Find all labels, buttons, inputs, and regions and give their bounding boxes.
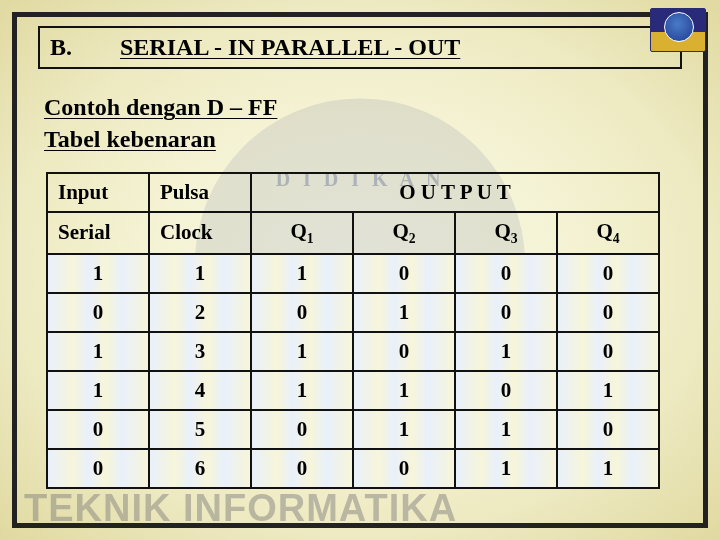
section-title: SERIAL - IN PARALLEL - OUT	[120, 34, 460, 61]
table-row: 060011	[47, 449, 659, 488]
subtitle-line-2: Tabel kebenaran	[44, 123, 682, 155]
cell-q2: 0	[353, 332, 455, 371]
cell-serial: 1	[47, 254, 149, 293]
cell-q4: 0	[557, 293, 659, 332]
cell-serial: 0	[47, 410, 149, 449]
cell-q3: 1	[455, 410, 557, 449]
table-row: 131010	[47, 332, 659, 371]
cell-q4: 1	[557, 371, 659, 410]
table-row: 111000	[47, 254, 659, 293]
th-q4: Q4	[557, 212, 659, 254]
th-q2: Q2	[353, 212, 455, 254]
cell-q1: 1	[251, 254, 353, 293]
cell-q1: 1	[251, 371, 353, 410]
cell-clock: 4	[149, 371, 251, 410]
cell-q1: 0	[251, 449, 353, 488]
cell-q1: 1	[251, 332, 353, 371]
cell-q4: 1	[557, 449, 659, 488]
cell-clock: 1	[149, 254, 251, 293]
subtitle-line-1: Contoh dengan D – FF	[44, 91, 682, 123]
th-clock: Clock	[149, 212, 251, 254]
table-row: 020100	[47, 293, 659, 332]
cell-q1: 0	[251, 410, 353, 449]
section-header-box: B. SERIAL - IN PARALLEL - OUT	[38, 26, 682, 69]
cell-q2: 1	[353, 410, 455, 449]
cell-serial: 0	[47, 449, 149, 488]
th-output: O U T P U T	[251, 173, 659, 212]
th-q3: Q3	[455, 212, 557, 254]
cell-clock: 6	[149, 449, 251, 488]
cell-q4: 0	[557, 332, 659, 371]
cell-clock: 3	[149, 332, 251, 371]
slide-border: B. SERIAL - IN PARALLEL - OUT Contoh den…	[12, 12, 708, 528]
cell-q2: 1	[353, 293, 455, 332]
cell-clock: 2	[149, 293, 251, 332]
cell-q1: 0	[251, 293, 353, 332]
cell-q2: 0	[353, 254, 455, 293]
header-row-2: Serial Clock Q1 Q2 Q3 Q4	[47, 212, 659, 254]
content-area: B. SERIAL - IN PARALLEL - OUT Contoh den…	[20, 20, 700, 499]
truth-table: Input Pulsa O U T P U T Serial Clock Q1 …	[46, 172, 660, 489]
table-row: 050110	[47, 410, 659, 449]
th-q1: Q1	[251, 212, 353, 254]
cell-q2: 1	[353, 371, 455, 410]
cell-clock: 5	[149, 410, 251, 449]
cell-q3: 1	[455, 449, 557, 488]
cell-q3: 0	[455, 254, 557, 293]
th-input: Input	[47, 173, 149, 212]
university-logo	[650, 8, 706, 52]
cell-q3: 0	[455, 293, 557, 332]
cell-q4: 0	[557, 410, 659, 449]
th-pulsa: Pulsa	[149, 173, 251, 212]
cell-q2: 0	[353, 449, 455, 488]
cell-serial: 1	[47, 371, 149, 410]
cell-serial: 0	[47, 293, 149, 332]
section-label: B.	[50, 34, 72, 61]
th-serial: Serial	[47, 212, 149, 254]
cell-q3: 1	[455, 332, 557, 371]
cell-q3: 0	[455, 371, 557, 410]
header-row-1: Input Pulsa O U T P U T	[47, 173, 659, 212]
cell-q4: 0	[557, 254, 659, 293]
table-row: 141101	[47, 371, 659, 410]
cell-serial: 1	[47, 332, 149, 371]
